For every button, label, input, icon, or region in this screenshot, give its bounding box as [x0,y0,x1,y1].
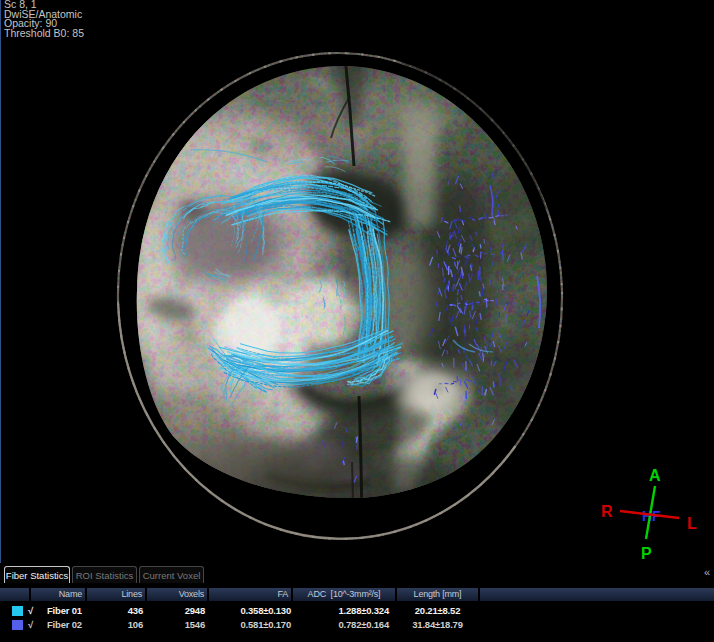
svg-text:L: L [687,515,697,532]
svg-text:R: R [601,503,613,520]
svg-text:A: A [649,467,661,484]
svg-text:P: P [641,545,652,562]
